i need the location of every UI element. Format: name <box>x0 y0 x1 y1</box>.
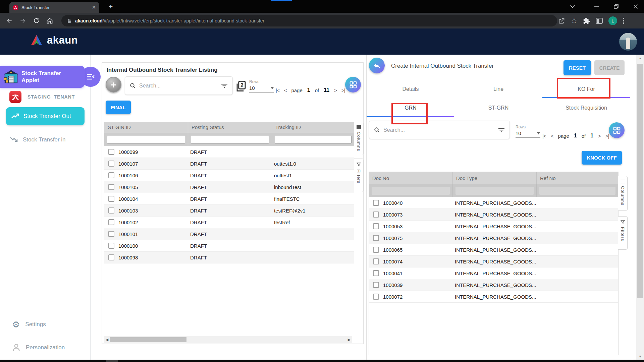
first-page-button[interactable]: |< <box>276 87 279 93</box>
table-row[interactable]: 1000104DRAFTfinalTESTC <box>104 193 354 205</box>
row-checkbox[interactable] <box>373 223 379 229</box>
user-avatar[interactable] <box>619 33 637 51</box>
table-row[interactable]: 1000098DRAFT <box>104 252 354 263</box>
filters-side-tab[interactable]: Filters <box>354 159 364 192</box>
share-icon[interactable] <box>558 18 565 24</box>
row-checkbox[interactable] <box>108 196 114 202</box>
scroll-up-icon[interactable]: ▲ <box>636 56 644 60</box>
table-row[interactable]: 1000053INTERNAL_PURCHASE_GOODS... <box>369 221 618 232</box>
window-close-button[interactable] <box>627 0 644 13</box>
tab-close-icon[interactable]: ✕ <box>92 5 96 10</box>
table-row[interactable]: 1000099DRAFT <box>104 146 354 158</box>
row-checkbox[interactable] <box>373 270 379 276</box>
reset-button[interactable]: RESET <box>564 60 591 75</box>
extensions-puzzle-icon[interactable] <box>583 17 590 24</box>
sidebar-item-personalization[interactable]: Personalization <box>12 343 65 352</box>
window-chevron-icon[interactable] <box>564 0 581 13</box>
row-checkbox[interactable] <box>108 231 114 237</box>
sidebar-item-stock-transfer-in[interactable]: Stock Transfer in <box>10 134 66 145</box>
browser-profile-avatar[interactable]: L <box>608 16 617 25</box>
table-row[interactable]: 1000105DRAFTinboundTest <box>104 181 354 193</box>
url-bar[interactable]: akaun.cloud/#/applet/tnt/wavelet/erp/sto… <box>61 15 557 26</box>
reload-icon[interactable] <box>30 14 43 27</box>
tab-details[interactable]: Details <box>367 80 454 98</box>
scroll-down-icon[interactable]: ▼ <box>636 355 644 358</box>
row-checkbox[interactable] <box>373 258 379 264</box>
table-row[interactable]: 1000073INTERNAL_PURCHASE_GOODS... <box>369 209 618 221</box>
row-checkbox[interactable] <box>108 161 114 167</box>
side-panel-icon[interactable] <box>596 18 603 24</box>
window-minimize-button[interactable] <box>588 0 605 13</box>
rows-per-page[interactable]: Rows 10 <box>516 125 540 138</box>
column-header[interactable]: Ref No <box>537 172 618 184</box>
scrollbar-thumb[interactable] <box>110 337 186 342</box>
column-filter-input[interactable] <box>275 136 352 143</box>
final-filter-button[interactable]: FINAL <box>106 101 131 114</box>
column-filter-input[interactable] <box>539 187 615 195</box>
prev-page-button[interactable]: < <box>551 133 553 139</box>
table-row[interactable]: 1000101DRAFT <box>104 228 354 240</box>
table-row[interactable]: 1000040INTERNAL_PURCHASE_GOODS... <box>369 197 618 209</box>
left-search-box[interactable] <box>125 76 233 95</box>
prev-page-button[interactable]: < <box>284 87 287 93</box>
last-page-button[interactable]: >| <box>605 133 609 139</box>
sidebar-item-stock-transfer-out[interactable]: Stock Transfer Out <box>6 107 85 125</box>
scroll-right-icon[interactable]: ▶ <box>346 338 352 342</box>
table-row[interactable]: 1000100DRAFT <box>104 240 354 252</box>
row-checkbox[interactable] <box>108 172 114 178</box>
columns-side-tab[interactable]: Columns <box>354 122 364 155</box>
sidebar-applet-pill[interactable]: Stock Transfer Applet <box>0 66 85 88</box>
columns-side-tab[interactable]: Columns <box>618 176 628 211</box>
column-header[interactable]: Doc Type <box>453 172 537 184</box>
column-header[interactable]: Doc No <box>369 172 453 184</box>
table-row[interactable]: 1000107DRAFTouttest1.0 <box>104 158 354 170</box>
create-button[interactable]: CREATE <box>594 60 625 75</box>
scroll-left-icon[interactable]: ◀ <box>104 338 110 342</box>
new-tab-button[interactable]: + <box>105 1 116 12</box>
table-row[interactable]: 1000039INTERNAL_PURCHASE_GOODS... <box>369 279 618 291</box>
subtab-st-grn[interactable]: ST-GRN <box>454 99 542 117</box>
bookmark-star-icon[interactable]: ☆ <box>571 17 577 25</box>
row-checkbox[interactable] <box>373 282 379 288</box>
column-header[interactable]: Tracking ID <box>272 122 354 133</box>
subtab-stock-requisition[interactable]: Stock Requisition <box>542 99 630 117</box>
table-row[interactable]: 1000072INTERNAL_PURCHASE_GOODS... <box>369 291 618 303</box>
table-row[interactable]: 1000103DRAFTtestREF@2v1 <box>104 205 354 217</box>
search-input[interactable] <box>383 127 495 133</box>
grid-view-button[interactable] <box>345 77 361 93</box>
column-filter-input[interactable] <box>107 136 185 143</box>
horizontal-scrollbar[interactable]: ◀ ▶ <box>104 336 352 343</box>
sidebar-tenant[interactable]: STAGING_TENANT <box>9 91 75 103</box>
table-row[interactable]: 1000041INTERNAL_PURCHASE_GOODS... <box>369 267 618 279</box>
filters-side-tab[interactable]: Filters <box>618 216 628 250</box>
knock-off-button[interactable]: KNOCK OFF <box>582 151 622 165</box>
search-input[interactable] <box>139 83 218 89</box>
filter-list-icon[interactable] <box>498 128 505 132</box>
row-checkbox[interactable] <box>373 212 379 218</box>
row-checkbox[interactable] <box>108 207 114 214</box>
row-checkbox[interactable] <box>373 235 379 241</box>
table-row[interactable]: 1000106DRAFTouttest1 <box>104 170 354 181</box>
row-checkbox[interactable] <box>373 247 379 253</box>
last-page-button[interactable]: >| <box>341 87 345 93</box>
browser-menu-kebab-icon[interactable] <box>623 18 624 24</box>
window-restore-button[interactable] <box>608 0 625 13</box>
sidebar-item-settings[interactable]: ⚙ Settings <box>12 320 46 329</box>
table-row[interactable]: 1000102DRAFTtestRef <box>104 217 354 228</box>
column-filter-input[interactable] <box>455 187 534 195</box>
add-button[interactable]: + <box>106 77 121 93</box>
grid-view-button[interactable] <box>609 122 625 138</box>
column-header[interactable]: Posting Status <box>188 122 272 133</box>
right-search-box[interactable] <box>369 121 510 139</box>
next-page-button[interactable]: > <box>598 133 601 139</box>
back-button[interactable] <box>369 58 385 73</box>
browser-tab[interactable]: Stock Transfer ✕ <box>9 2 99 13</box>
tab-line[interactable]: Line <box>454 80 542 98</box>
next-page-button[interactable]: > <box>334 87 337 93</box>
row-checkbox[interactable] <box>108 219 114 225</box>
row-checkbox[interactable] <box>108 184 114 190</box>
column-header[interactable]: ST GIN ID <box>104 122 188 133</box>
table-row[interactable]: 1000075INTERNAL_PURCHASE_GOODS... <box>369 232 618 244</box>
home-icon[interactable] <box>43 14 56 27</box>
first-page-button[interactable]: |< <box>542 133 546 139</box>
